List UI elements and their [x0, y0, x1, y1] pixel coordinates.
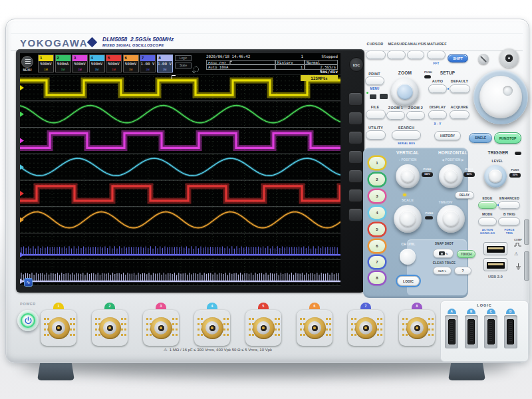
channel-indicator-8[interactable]: 81.00 V1M [157, 55, 173, 72]
channel-8-button[interactable]: 8 [369, 272, 385, 284]
bnc-barrel [410, 321, 424, 334]
channel-indicator-5[interactable]: 5500mV1M [106, 55, 122, 72]
print-button[interactable] [365, 76, 384, 85]
analysis-button[interactable] [407, 51, 424, 59]
logic-button[interactable]: LOGIC [397, 276, 420, 286]
channel-5-button[interactable]: 5 [369, 223, 385, 235]
utility-label: UTILITY [364, 126, 387, 130]
zoom-knob[interactable] [391, 78, 419, 106]
waveform-display-icon[interactable]: ∿ [24, 278, 33, 287]
channel-indicator-1[interactable]: 1500mV1M [38, 55, 54, 72]
status-run-state: Stopped [303, 55, 338, 59]
run-stop-button[interactable]: RUN/STOP [494, 132, 521, 144]
soft-key-7[interactable] [348, 208, 362, 221]
delay-button[interactable]: DELAY [455, 192, 474, 199]
badge-logic[interactable]: Logic [175, 55, 192, 61]
file-button[interactable] [366, 110, 386, 119]
channel-indicator-7[interactable]: 71.00 V1M [140, 55, 156, 72]
soft-key-2[interactable] [348, 112, 362, 125]
b-trig-button[interactable] [498, 217, 520, 225]
vertical-scale-knob[interactable] [394, 205, 422, 233]
bnc-ring [406, 317, 428, 339]
vertical-position-knob[interactable] [396, 164, 420, 188]
channel-1-button[interactable]: 1 [369, 157, 385, 169]
esc-button[interactable]: ESC [349, 57, 364, 72]
timediv-knob[interactable] [437, 205, 465, 233]
channel-number: 2 [56, 55, 70, 61]
jog-shuttle-ring[interactable] [473, 70, 528, 124]
channel-7-button[interactable]: 7 [369, 256, 385, 268]
panel-warning-icon: ⚠ [514, 251, 518, 257]
waveform-graticule[interactable] [20, 74, 340, 286]
channel-coupling: 1M [56, 67, 70, 72]
channel-indicator-3[interactable]: 3500mV1M [72, 55, 88, 72]
mode-label: MODE [477, 212, 497, 216]
edge-button[interactable] [478, 201, 497, 209]
probe-comp-adjust-knob[interactable] [478, 54, 489, 65]
channel-indicator-6[interactable]: 6500mV1M [123, 55, 139, 72]
bnc-barrel [103, 321, 116, 334]
soft-key-5[interactable] [348, 170, 362, 183]
badge-state[interactable]: State [175, 63, 192, 68]
ch-util-button[interactable] [400, 249, 416, 265]
soft-key-6[interactable] [348, 189, 362, 202]
touch-button[interactable]: TOUCH [457, 250, 475, 258]
channel-number: 5 [106, 55, 121, 61]
vertical-push-label: PUSH [422, 168, 433, 171]
soft-key-3[interactable] [348, 131, 362, 144]
mode-button[interactable] [478, 217, 497, 225]
clear-trace-button[interactable]: CLR∿ [433, 267, 452, 275]
single-button[interactable]: SINGLE [469, 133, 492, 143]
channel-2-button[interactable]: 2 [369, 174, 385, 186]
zoom1-label: ZOOM 1 [386, 106, 406, 110]
bnc-ring [99, 317, 121, 339]
acquire-button[interactable] [450, 110, 469, 119]
enhanced-button[interactable] [498, 201, 520, 209]
channel-coupling: 1M [140, 67, 155, 72]
horizontal-push-badge: 50% [464, 172, 475, 177]
default-button[interactable] [450, 84, 470, 93]
jog-dimple [503, 86, 513, 96]
channel-number: 1 [39, 55, 53, 61]
setup-title: SETUP [436, 70, 460, 75]
vertical-title: VERTICAL [390, 150, 426, 155]
bnc-connector-ch3 [143, 310, 179, 346]
status-table: Edge CH2 History Normal Auto 10mA 1 2.5G… [206, 60, 338, 70]
screen-menu-button[interactable] [21, 56, 33, 68]
soft-key-4[interactable] [348, 150, 362, 164]
utility-button[interactable] [366, 130, 386, 140]
search-button[interactable] [392, 130, 421, 140]
display-button[interactable] [428, 110, 447, 119]
trigger-level-knob[interactable] [484, 165, 507, 188]
camera-icon [439, 251, 445, 255]
fft-label: FFT [427, 62, 446, 65]
measure-button[interactable] [387, 51, 406, 59]
channel-6-button[interactable]: 6 [369, 240, 385, 252]
shift-button[interactable]: SHIFT [448, 54, 468, 63]
help-button[interactable]: ? [454, 267, 471, 275]
soft-key-1[interactable] [348, 92, 362, 106]
auto-button[interactable] [428, 84, 447, 93]
horizontal-push-label: PUSH [464, 168, 475, 171]
cursor-button[interactable] [366, 51, 386, 59]
power-button[interactable] [17, 310, 39, 331]
zoom-push-label: PUSH [422, 70, 435, 74]
wave-glyph: ∿ [444, 269, 446, 273]
history-button[interactable]: HISTORY [434, 131, 461, 140]
horizontal-position-knob[interactable] [439, 164, 463, 188]
snap-shot-button[interactable]: ∿ [433, 249, 454, 258]
zoom1-button[interactable] [386, 111, 405, 120]
channel-coupling: 1M [90, 67, 104, 72]
channel-indicator-2[interactable]: 2500mA1M [55, 55, 71, 72]
zoom2-button[interactable] [406, 111, 425, 120]
channel-indicator-4[interactable]: 4500mV1M [89, 55, 105, 72]
trigger-push-badge: 50% [509, 173, 521, 178]
jog-dial[interactable] [479, 76, 522, 118]
status-trigger: Edge CH2 [206, 60, 275, 65]
logic-title: LOGIC [440, 303, 529, 307]
right-hinge-bottom [524, 251, 529, 281]
math-ref-button[interactable] [427, 51, 446, 59]
channel-3-button[interactable]: 3 [369, 190, 385, 202]
channel-coupling: 1M [124, 67, 138, 72]
channel-4-button[interactable]: 4 [369, 207, 385, 219]
